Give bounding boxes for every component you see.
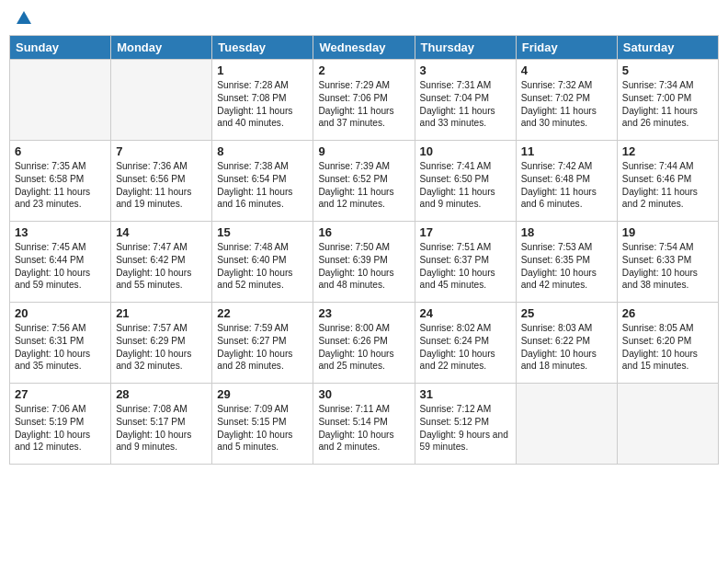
day-number: 9: [318, 144, 409, 158]
day-number: 3: [420, 63, 511, 77]
page-header: [9, 9, 719, 28]
calendar-cell: 16Sunrise: 7:50 AMSunset: 6:39 PMDayligh…: [313, 222, 415, 303]
calendar-cell: 15Sunrise: 7:48 AMSunset: 6:40 PMDayligh…: [212, 222, 313, 303]
cell-details: Sunrise: 7:42 AMSunset: 6:48 PMDaylight:…: [521, 160, 612, 211]
calendar-cell: 19Sunrise: 7:54 AMSunset: 6:33 PMDayligh…: [617, 222, 718, 303]
calendar-cell: 14Sunrise: 7:47 AMSunset: 6:42 PMDayligh…: [111, 222, 212, 303]
cell-details: Sunrise: 7:36 AMSunset: 6:56 PMDaylight:…: [116, 160, 207, 211]
day-number: 26: [622, 306, 713, 320]
weekday-header-friday: Friday: [516, 36, 617, 60]
calendar-cell: [10, 60, 111, 141]
svg-marker-0: [17, 11, 31, 24]
calendar-cell: 28Sunrise: 7:08 AMSunset: 5:17 PMDayligh…: [111, 384, 212, 465]
calendar-cell: 9Sunrise: 7:39 AMSunset: 6:52 PMDaylight…: [313, 141, 415, 222]
cell-details: Sunrise: 7:44 AMSunset: 6:46 PMDaylight:…: [622, 160, 713, 211]
day-number: 1: [217, 63, 308, 77]
weekday-header-thursday: Thursday: [415, 36, 516, 60]
cell-details: Sunrise: 7:34 AMSunset: 7:00 PMDaylight:…: [622, 79, 713, 130]
calendar-cell: 25Sunrise: 8:03 AMSunset: 6:22 PMDayligh…: [516, 303, 617, 384]
day-number: 13: [15, 225, 106, 239]
day-number: 4: [521, 63, 612, 77]
day-number: 20: [15, 306, 106, 320]
calendar-cell: 12Sunrise: 7:44 AMSunset: 6:46 PMDayligh…: [617, 141, 718, 222]
day-number: 12: [622, 144, 713, 158]
day-number: 21: [116, 306, 207, 320]
day-number: 10: [420, 144, 511, 158]
cell-details: Sunrise: 7:48 AMSunset: 6:40 PMDaylight:…: [217, 241, 308, 292]
day-number: 31: [420, 387, 511, 401]
cell-details: Sunrise: 8:02 AMSunset: 6:24 PMDaylight:…: [420, 322, 511, 373]
cell-details: Sunrise: 7:31 AMSunset: 7:04 PMDaylight:…: [420, 79, 511, 130]
cell-details: Sunrise: 7:28 AMSunset: 7:08 PMDaylight:…: [217, 79, 308, 130]
cell-details: Sunrise: 8:00 AMSunset: 6:26 PMDaylight:…: [318, 322, 409, 373]
logo: [13, 9, 33, 28]
day-number: 25: [521, 306, 612, 320]
cell-details: Sunrise: 7:29 AMSunset: 7:06 PMDaylight:…: [318, 79, 409, 130]
cell-details: Sunrise: 7:12 AMSunset: 5:12 PMDaylight:…: [420, 403, 511, 454]
calendar-cell: 2Sunrise: 7:29 AMSunset: 7:06 PMDaylight…: [313, 60, 415, 141]
day-number: 27: [15, 387, 106, 401]
calendar-cell: 20Sunrise: 7:56 AMSunset: 6:31 PMDayligh…: [10, 303, 111, 384]
cell-details: Sunrise: 7:45 AMSunset: 6:44 PMDaylight:…: [15, 241, 106, 292]
cell-details: Sunrise: 7:54 AMSunset: 6:33 PMDaylight:…: [622, 241, 713, 292]
calendar-cell: 31Sunrise: 7:12 AMSunset: 5:12 PMDayligh…: [415, 384, 516, 465]
day-number: 24: [420, 306, 511, 320]
cell-details: Sunrise: 7:51 AMSunset: 6:37 PMDaylight:…: [420, 241, 511, 292]
day-number: 22: [217, 306, 308, 320]
calendar-cell: 10Sunrise: 7:41 AMSunset: 6:50 PMDayligh…: [415, 141, 516, 222]
weekday-header-wednesday: Wednesday: [313, 36, 415, 60]
day-number: 29: [217, 387, 308, 401]
calendar-cell: 1Sunrise: 7:28 AMSunset: 7:08 PMDaylight…: [212, 60, 313, 141]
calendar-cell: 13Sunrise: 7:45 AMSunset: 6:44 PMDayligh…: [10, 222, 111, 303]
day-number: 7: [116, 144, 207, 158]
cell-details: Sunrise: 8:03 AMSunset: 6:22 PMDaylight:…: [521, 322, 612, 373]
calendar-cell: 21Sunrise: 7:57 AMSunset: 6:29 PMDayligh…: [111, 303, 212, 384]
calendar-cell: 3Sunrise: 7:31 AMSunset: 7:04 PMDaylight…: [415, 60, 516, 141]
cell-details: Sunrise: 7:09 AMSunset: 5:15 PMDaylight:…: [217, 403, 308, 454]
cell-details: Sunrise: 7:06 AMSunset: 5:19 PMDaylight:…: [15, 403, 106, 454]
day-number: 28: [116, 387, 207, 401]
calendar-cell: 22Sunrise: 7:59 AMSunset: 6:27 PMDayligh…: [212, 303, 313, 384]
calendar-cell: [111, 60, 212, 141]
calendar-cell: 4Sunrise: 7:32 AMSunset: 7:02 PMDaylight…: [516, 60, 617, 141]
weekday-header-saturday: Saturday: [617, 36, 718, 60]
calendar-cell: [516, 384, 617, 465]
calendar-cell: 29Sunrise: 7:09 AMSunset: 5:15 PMDayligh…: [212, 384, 313, 465]
calendar-cell: [617, 384, 718, 465]
calendar-cell: 23Sunrise: 8:00 AMSunset: 6:26 PMDayligh…: [313, 303, 415, 384]
day-number: 8: [217, 144, 308, 158]
calendar-cell: 6Sunrise: 7:35 AMSunset: 6:58 PMDaylight…: [10, 141, 111, 222]
day-number: 2: [318, 63, 409, 77]
weekday-header-monday: Monday: [111, 36, 212, 60]
cell-details: Sunrise: 7:47 AMSunset: 6:42 PMDaylight:…: [116, 241, 207, 292]
calendar-table: SundayMondayTuesdayWednesdayThursdayFrid…: [9, 35, 719, 465]
cell-details: Sunrise: 7:32 AMSunset: 7:02 PMDaylight:…: [521, 79, 612, 130]
cell-details: Sunrise: 7:59 AMSunset: 6:27 PMDaylight:…: [217, 322, 308, 373]
cell-details: Sunrise: 7:38 AMSunset: 6:54 PMDaylight:…: [217, 160, 308, 211]
day-number: 23: [318, 306, 409, 320]
calendar-cell: 17Sunrise: 7:51 AMSunset: 6:37 PMDayligh…: [415, 222, 516, 303]
cell-details: Sunrise: 7:41 AMSunset: 6:50 PMDaylight:…: [420, 160, 511, 211]
day-number: 19: [622, 225, 713, 239]
cell-details: Sunrise: 7:39 AMSunset: 6:52 PMDaylight:…: [318, 160, 409, 211]
calendar-cell: 5Sunrise: 7:34 AMSunset: 7:00 PMDaylight…: [617, 60, 718, 141]
cell-details: Sunrise: 7:56 AMSunset: 6:31 PMDaylight:…: [15, 322, 106, 373]
calendar-cell: 27Sunrise: 7:06 AMSunset: 5:19 PMDayligh…: [10, 384, 111, 465]
calendar-cell: 7Sunrise: 7:36 AMSunset: 6:56 PMDaylight…: [111, 141, 212, 222]
day-number: 16: [318, 225, 409, 239]
day-number: 17: [420, 225, 511, 239]
cell-details: Sunrise: 8:05 AMSunset: 6:20 PMDaylight:…: [622, 322, 713, 373]
cell-details: Sunrise: 7:53 AMSunset: 6:35 PMDaylight:…: [521, 241, 612, 292]
day-number: 15: [217, 225, 308, 239]
calendar-cell: 30Sunrise: 7:11 AMSunset: 5:14 PMDayligh…: [313, 384, 415, 465]
cell-details: Sunrise: 7:57 AMSunset: 6:29 PMDaylight:…: [116, 322, 207, 373]
cell-details: Sunrise: 7:50 AMSunset: 6:39 PMDaylight:…: [318, 241, 409, 292]
logo-icon: [15, 9, 33, 28]
day-number: 6: [15, 144, 106, 158]
weekday-header-sunday: Sunday: [10, 36, 111, 60]
day-number: 30: [318, 387, 409, 401]
calendar-cell: 26Sunrise: 8:05 AMSunset: 6:20 PMDayligh…: [617, 303, 718, 384]
day-number: 5: [622, 63, 713, 77]
cell-details: Sunrise: 7:08 AMSunset: 5:17 PMDaylight:…: [116, 403, 207, 454]
calendar-cell: 11Sunrise: 7:42 AMSunset: 6:48 PMDayligh…: [516, 141, 617, 222]
